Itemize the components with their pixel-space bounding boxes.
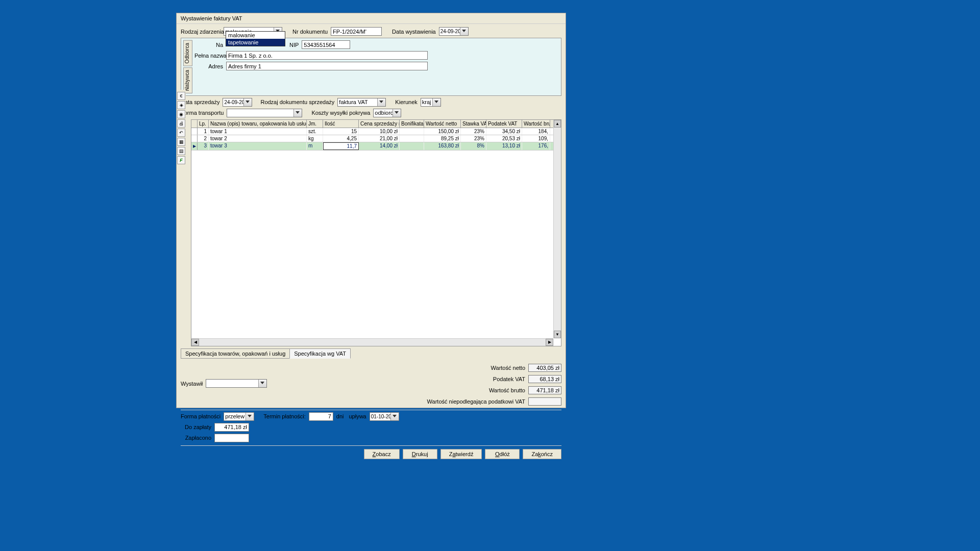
chevron-down-icon	[260, 382, 264, 384]
do-zaplaty-label: Do zapłaty	[181, 424, 211, 430]
chevron-down-icon	[462, 30, 466, 32]
invoice-window: Wystawienie faktury VAT Rodzaj zdarzenia…	[176, 13, 566, 408]
tab-spec-towarow[interactable]: Specyfikacja towarów, opakowań i usług	[181, 348, 290, 359]
wartosc-niepodleg-label: Wartość niepodlegająca podatkowi VAT	[427, 398, 525, 405]
vertical-scrollbar[interactable]: ▲ ▼	[553, 120, 561, 338]
window-title: Wystawienie faktury VAT	[181, 15, 242, 21]
col-jm[interactable]: Jm.	[307, 120, 323, 128]
koszty-wysylki-select[interactable]: odbiorca	[373, 109, 401, 117]
data-wystawienia-label: Data wystawienia	[392, 29, 436, 35]
pelna-nazwa-input[interactable]	[226, 51, 428, 60]
rodzaj-dokumentu-label: Rodzaj dokumentu sprzedaży	[260, 99, 334, 105]
koszty-wysylki-label: Koszty wysyłki pokrywa	[311, 110, 370, 116]
scroll-up-icon[interactable]: ▲	[554, 120, 561, 128]
tool-icon-6[interactable]: ▤	[177, 147, 185, 155]
rodzaj-dokumentu-select[interactable]: faktura VAT	[337, 98, 386, 107]
zaplacono-input[interactable]	[214, 434, 249, 442]
nip-input[interactable]	[302, 40, 350, 49]
tool-euro-icon[interactable]: €	[177, 92, 185, 100]
wartosc-netto-label: Wartość netto	[491, 365, 525, 371]
chevron-down-icon	[393, 415, 397, 417]
tool-formula-icon[interactable]: F	[177, 156, 185, 164]
podatek-vat-label: Podatek VAT	[493, 376, 525, 382]
table-row[interactable]: 2 towar 2 kg 4,25 21,00 zł 89,25 zł 23% …	[191, 135, 561, 142]
uplywa-label: upływa	[349, 413, 366, 419]
nazwisko-partial-label: Na	[194, 42, 223, 48]
col-ilosc[interactable]: Ilość	[323, 120, 359, 128]
chevron-down-icon	[248, 415, 252, 417]
recipient-box: Odbiorca Nabywca Na NIP Pełna nazwa Adre…	[181, 38, 561, 96]
adres-input[interactable]	[226, 62, 428, 70]
wystawil-label: Wystawił	[181, 381, 203, 387]
tab-odbiorca[interactable]: Odbiorca	[183, 40, 192, 66]
kierunek-select[interactable]: kraj	[421, 98, 441, 107]
dni-label: dni	[336, 413, 344, 419]
scroll-right-icon[interactable]: ▶	[546, 339, 553, 346]
tool-undo-icon[interactable]: ↶	[177, 129, 185, 137]
zaplacono-label: Zapłacono	[181, 435, 211, 441]
zobacz-button[interactable]: Zobacz	[364, 449, 400, 459]
drukuj-button[interactable]: Drukuj	[403, 449, 437, 459]
nip-label: NIP	[289, 42, 299, 48]
data-sprzedazy-label: Data sprzedaży	[181, 99, 219, 105]
kierunek-label: Kierunek	[395, 99, 417, 105]
nr-dokumentu-input[interactable]	[331, 27, 382, 36]
chevron-down-icon	[395, 111, 399, 114]
dropdown-option-tapetowanie[interactable]: tapetowanie	[226, 39, 285, 46]
zatwierdz-button[interactable]: Zatwierdź	[440, 449, 482, 459]
scroll-down-icon[interactable]: ▼	[554, 331, 561, 338]
tab-spec-vat[interactable]: Specyfikacja wg VAT	[289, 348, 351, 359]
col-netto[interactable]: Wartość netto	[424, 120, 461, 128]
col-lp[interactable]: Lp.	[198, 120, 209, 128]
col-nazwa[interactable]: Nazwa (opis) towaru, opakowania lub usłu…	[209, 120, 307, 128]
podatek-vat-value: 68,13 zł	[528, 375, 561, 383]
data-sprzedazy-select[interactable]: 24-09-2024	[223, 98, 252, 107]
pelna-nazwa-label: Pełna nazwa	[194, 53, 223, 59]
grid-header-row: Lp. Nazwa (opis) towaru, opakowania lub …	[191, 120, 561, 128]
nr-dokumentu-label: Nr dokumentu	[292, 29, 328, 35]
zakoncz-button[interactable]: Zakończ	[523, 449, 561, 459]
uplywa-select[interactable]: 01-10-2024	[370, 412, 399, 421]
do-zaplaty-input[interactable]	[214, 423, 249, 432]
table-row[interactable]: 1 towar 1 szt. 15 10,00 zł 150,00 zł 23%…	[191, 128, 561, 135]
col-stawka[interactable]: Stawka VAT	[461, 120, 486, 128]
scroll-left-icon[interactable]: ◀	[191, 339, 199, 346]
chevron-down-icon	[246, 101, 250, 103]
termin-platnosci-label: Termin płatności:	[263, 413, 306, 419]
forma-transportu-label: Forma transportu	[181, 110, 224, 116]
spec-tabs: Specyfikacja towarów, opakowań i usług S…	[181, 348, 561, 359]
wartosc-brutto-label: Wartość brutto	[489, 387, 525, 393]
wystawil-select[interactable]	[206, 379, 267, 388]
forma-platnosci-select[interactable]: przelew	[224, 412, 254, 421]
dropdown-option-malowanie[interactable]: malowanie	[226, 32, 285, 39]
wartosc-niepodleg-value	[528, 397, 561, 406]
col-brutto[interactable]: Wartość brutt	[522, 120, 550, 128]
forma-platnosci-label: Forma płatności	[181, 413, 220, 419]
horizontal-scrollbar[interactable]: ◀ ▶	[191, 338, 553, 346]
rodzaj-zdarzenia-dropdown[interactable]: malowanie tapetowanie	[226, 31, 285, 46]
wartosc-netto-value: 403,05 zł	[528, 364, 561, 372]
col-cena[interactable]: Cena sprzedaży netto	[359, 120, 400, 128]
forma-transportu-select[interactable]	[227, 109, 302, 117]
chevron-down-icon	[296, 111, 300, 114]
button-bar: Zobacz Drukuj Zatwierdź Odłóż Zakończ	[181, 445, 561, 459]
items-grid: Lp. Nazwa (opis) towaru, opakowania lub …	[191, 119, 561, 346]
chevron-down-icon	[379, 101, 383, 103]
col-bonif[interactable]: Bonifikata	[400, 120, 424, 128]
tool-icon-2[interactable]: ◉	[177, 110, 185, 118]
odloz-button[interactable]: Odłóż	[485, 449, 520, 459]
col-podatek[interactable]: Podatek VAT	[486, 120, 522, 128]
window-titlebar: Wystawienie faktury VAT	[177, 13, 566, 24]
data-wystawienia-select[interactable]: 24-09-2024	[439, 27, 469, 36]
tool-print-icon[interactable]: 🖨	[177, 119, 185, 128]
adres-label: Adres	[194, 63, 223, 69]
rodzaj-zdarzenia-label: Rodzaj zdarzenia	[181, 29, 220, 35]
tool-icon-5[interactable]: ▦	[177, 138, 185, 146]
table-row[interactable]: ▶ 3 towar 3 m 11,7 14,00 zł 163,80 zł 8%…	[191, 142, 561, 151]
wartosc-brutto-value: 471,18 zł	[528, 386, 561, 394]
left-toolbar: € ◈ ◉ 🖨 ↶ ▦ ▤ F	[177, 90, 186, 164]
tool-icon-1[interactable]: ◈	[177, 101, 185, 109]
chevron-down-icon	[434, 101, 438, 103]
termin-platnosci-input[interactable]	[309, 412, 333, 421]
ilosc-edit-cell[interactable]: 11,7	[323, 142, 359, 150]
